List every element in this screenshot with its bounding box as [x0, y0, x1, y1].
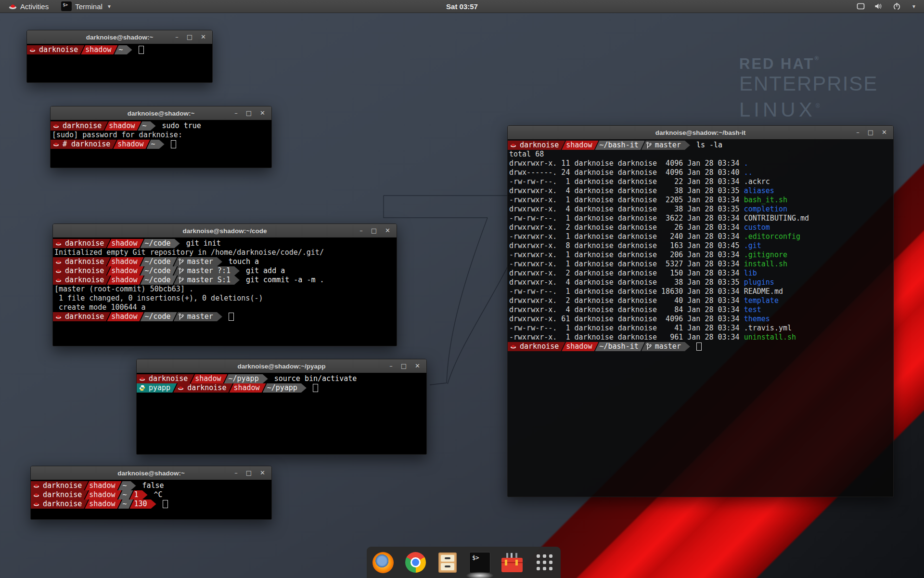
window-title: darknoise@shadow:~/pyapp: [137, 363, 426, 370]
output-text: -rwxrwxr-x. 1 darknoise darknoise 206 Ja…: [509, 250, 744, 259]
output-line: drwxrwxr-x. 2 darknoise darknoise 40 Jan…: [508, 296, 893, 305]
system-status-area[interactable]: ▼: [857, 2, 924, 11]
output-line: total 68: [508, 150, 893, 159]
prompt-segment-git: master ?:1: [174, 266, 240, 276]
dock-app-grid-icon[interactable]: [533, 552, 555, 574]
activities-button[interactable]: Activities: [4, 0, 53, 13]
output-text: drwxrwxr-x. 2 darknoise darknoise 150 Ja…: [509, 269, 744, 277]
prompt-segment-user: darknoise: [51, 121, 108, 131]
output-text: drwxrwxr-x. 4 darknoise darknoise 38 Jan…: [509, 278, 744, 287]
minimize-button[interactable]: –: [234, 106, 238, 120]
window-titlebar[interactable]: darknoise@shadow:~/bash-it–□✕: [508, 126, 893, 140]
output-line: drwxrwxr-x. 4 darknoise darknoise 38 Jan…: [508, 278, 893, 287]
terminal-screen[interactable]: darknoiseshadow~/codegit initInitialized…: [53, 237, 397, 346]
terminal-window-term-bashit[interactable]: darknoise@shadow:~/bash-it–□✕darknoisesh…: [507, 125, 894, 497]
terminal-window-term-exitcodes[interactable]: darknoise@shadow:~–□✕darknoiseshadow~fal…: [30, 466, 272, 520]
prompt-segment-path: ~/code: [140, 239, 180, 248]
prompt-line: darknoiseshadow~/codemastertouch a: [53, 257, 397, 266]
minimize-button[interactable]: –: [359, 224, 363, 237]
file-name-dir: custom: [744, 223, 770, 232]
output-text: drwxrwxr-x. 8 darknoise darknoise 163 Ja…: [509, 241, 744, 250]
output-line: [sudo] password for darknoise:: [51, 131, 271, 140]
prompt-segment-host: shadow: [85, 490, 121, 499]
output-line: -rwxrwxr-x. 1 darknoise darknoise 961 Ja…: [508, 333, 893, 342]
segment-text: darknoise: [65, 266, 104, 276]
window-titlebar[interactable]: darknoise@shadow:~–□✕: [31, 466, 271, 480]
prompt-segment-host: shadow: [107, 312, 143, 321]
app-menu-terminal[interactable]: $> Terminal ▼: [56, 0, 116, 13]
prompt-segment-path: ~/bash-it: [595, 342, 644, 351]
segment-text: shadow: [111, 257, 137, 266]
terminal-window-term-sudo[interactable]: darknoise@shadow:~–□✕darknoiseshadow~sud…: [50, 106, 272, 168]
maximize-button[interactable]: □: [371, 224, 377, 237]
maximize-button[interactable]: □: [868, 126, 873, 139]
close-button[interactable]: ✕: [260, 466, 265, 480]
close-button[interactable]: ✕: [882, 126, 887, 139]
dock-toolbox-icon[interactable]: [501, 552, 523, 574]
prompt-segment-host: shadow: [562, 141, 598, 150]
dock-terminal-icon[interactable]: $>: [469, 552, 491, 574]
output-text: -rw-rw-r--. 1 darknoise darknoise 3622 J…: [509, 214, 809, 223]
terminal-window-term-home-1[interactable]: darknoise@shadow:~–□✕darknoiseshadow~: [26, 30, 213, 83]
dock-firefox-icon[interactable]: [372, 552, 394, 574]
output-line: -rw-rw-r--. 1 darknoise darknoise 3622 J…: [508, 214, 893, 223]
segment-text: ~/code: [144, 239, 170, 248]
terminal-screen[interactable]: darknoiseshadow~/pyappsource bin/activat…: [137, 373, 426, 454]
terminal-screen[interactable]: darknoiseshadow~/bash-itmasterls -latota…: [508, 139, 893, 497]
dock-chrome-icon[interactable]: [404, 552, 426, 574]
terminal-screen[interactable]: darknoiseshadow~: [27, 44, 212, 82]
file-name-dir: plugins: [744, 278, 774, 287]
maximize-button[interactable]: □: [246, 106, 252, 120]
minimize-button[interactable]: –: [175, 30, 179, 44]
clock-label[interactable]: Sat 03:57: [446, 2, 478, 11]
close-button[interactable]: ✕: [260, 106, 265, 120]
output-line: 1 file changed, 0 insertions(+), 0 delet…: [53, 294, 397, 303]
output-line: -rwxrwxr-x. 1 darknoise darknoise 240 Ja…: [508, 232, 893, 241]
red-hat-icon: [510, 143, 516, 148]
close-button[interactable]: ✕: [415, 359, 420, 373]
segment-text: shadow: [195, 374, 221, 383]
prompt-segment-path: ~/pyapp: [263, 383, 307, 393]
prompt-segment-host: shadow: [191, 374, 227, 383]
chrome-icon: [405, 552, 426, 573]
minimize-button[interactable]: –: [856, 126, 860, 139]
close-button[interactable]: ✕: [201, 30, 206, 44]
command-text: source bin/activate: [274, 374, 357, 383]
file-name-exec: .editorconfig: [744, 232, 800, 241]
dock-files-icon[interactable]: [436, 552, 459, 574]
chevron-down-icon: ▼: [911, 4, 916, 9]
toolbox-icon: [501, 552, 523, 573]
window-titlebar[interactable]: darknoise@shadow:~/code–□✕: [53, 224, 397, 238]
window-titlebar[interactable]: darknoise@shadow:~–□✕: [51, 106, 271, 120]
git-branch-icon: [178, 267, 184, 275]
maximize-button[interactable]: □: [401, 359, 407, 373]
prompt-line: darknoiseshadow~/codemaster S:1git commi…: [53, 276, 397, 285]
output-text: [sudo] password for darknoise:: [52, 131, 182, 139]
terminal-window-term-pyapp[interactable]: darknoise@shadow:~/pyapp–□✕darknoiseshad…: [136, 359, 427, 455]
output-line: Initialized empty Git repository in /hom…: [53, 248, 397, 257]
maximize-button[interactable]: □: [187, 30, 192, 44]
output-text: drwxrwxr-x. 4 darknoise darknoise 38 Jan…: [509, 186, 744, 195]
prompt-segment-user: darknoise: [508, 342, 565, 351]
minimize-button[interactable]: –: [234, 466, 238, 480]
prompt-segment-user: darknoise: [31, 499, 88, 509]
command-text: git commit -a -m .: [246, 276, 324, 285]
terminal-window-term-code[interactable]: darknoise@shadow:~/code–□✕darknoiseshado…: [52, 223, 397, 346]
window-titlebar[interactable]: darknoise@shadow:~/pyapp–□✕: [137, 359, 426, 373]
prompt-segment-host: shadow: [104, 121, 141, 131]
file-name-dir: ..: [744, 168, 753, 177]
segment-text: darknoise: [149, 374, 188, 383]
red-hat-icon: [139, 376, 145, 381]
terminal-screen[interactable]: darknoiseshadow~falsedarknoiseshadow~1^C…: [31, 480, 271, 519]
segment-text: master S:1: [187, 276, 231, 285]
terminal-screen[interactable]: darknoiseshadow~sudo true[sudo] password…: [51, 120, 271, 168]
output-text: drwxrwxr-x. 11 darknoise darknoise 4096 …: [509, 159, 744, 168]
minimize-button[interactable]: –: [389, 359, 393, 373]
output-line: drwxrwxr-x. 4 darknoise darknoise 38 Jan…: [508, 186, 893, 196]
prompt-segment-path: ~/code: [140, 257, 177, 266]
red-hat-icon: [55, 277, 62, 283]
maximize-button[interactable]: □: [246, 466, 252, 480]
prompt-segment-venv: pyapp: [137, 383, 177, 393]
window-titlebar[interactable]: darknoise@shadow:~–□✕: [27, 30, 212, 44]
close-button[interactable]: ✕: [385, 224, 390, 237]
